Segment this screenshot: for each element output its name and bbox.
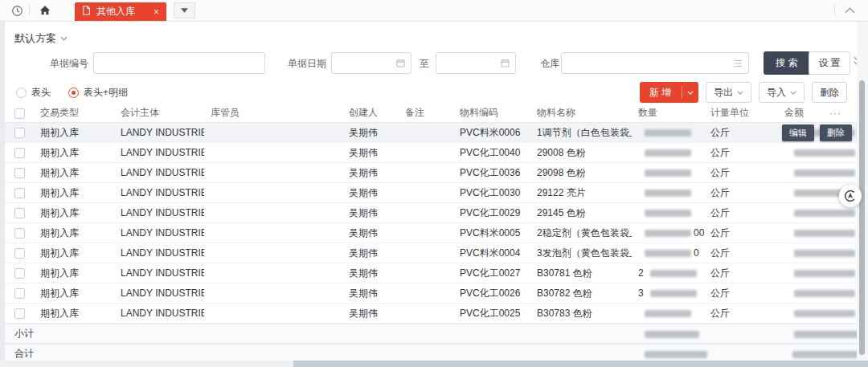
edit-button[interactable]: 编辑 (782, 124, 814, 141)
table-row[interactable]: 期初入库 LANDY INDUSTRIES(R)LTD 吴期伟 PVC料米000… (5, 123, 860, 143)
caret-down-icon (181, 8, 188, 13)
redacted-quantity (645, 149, 691, 157)
cell-unit: 公斤 (704, 267, 778, 280)
column-header-unit[interactable]: 计量单位 (704, 106, 778, 120)
cell-material-name: B30781 色粉 (530, 267, 632, 280)
horizontal-scrollbar-thumb[interactable] (293, 361, 868, 367)
cell-material-name: 29098 色粉 (530, 166, 632, 180)
select-all-checkbox[interactable] (14, 108, 25, 119)
cell-quantity (632, 308, 704, 319)
redacted-subtotal-amount (794, 331, 860, 338)
cell-unit: 公斤 (704, 126, 778, 140)
radio-header-only[interactable]: 表头 (16, 86, 51, 100)
cell-amount (778, 187, 823, 198)
settings-button[interactable]: 设置 (809, 51, 850, 75)
row-checkbox[interactable] (14, 248, 25, 259)
redacted-amount (794, 250, 855, 257)
cell-transaction-type: 期初入库 (34, 226, 114, 240)
search-button[interactable]: 搜索 (764, 51, 810, 75)
date-from-input[interactable] (338, 58, 393, 69)
cell-amount (778, 147, 823, 158)
floating-assistant-button[interactable] (839, 185, 862, 207)
more-columns-icon[interactable]: ··· (823, 108, 860, 119)
export-button[interactable]: 导出 (706, 82, 751, 103)
cell-quantity: 3 (632, 287, 704, 299)
cell-amount (778, 207, 823, 218)
column-header-entity[interactable]: 会计主体 (114, 106, 204, 120)
column-header-amount[interactable]: 金额 (778, 106, 823, 120)
delete-row-button[interactable]: 删除 (820, 124, 852, 141)
table-row[interactable]: 期初入库 LANDY INDUSTRIES(R)LTD 吴期伟 PVC化工002… (5, 283, 860, 304)
table-row[interactable]: 期初入库 LANDY INDUSTRIES(R)LTD 吴期伟 PVC化工003… (5, 163, 860, 183)
caret-down-icon (737, 91, 743, 95)
column-header-keeper[interactable]: 库管员 (204, 106, 342, 120)
cell-accounting-entity: LANDY INDUSTRIES(R)LTD (114, 247, 204, 259)
cell-transaction-type: 期初入库 (34, 206, 114, 220)
cell-unit: 公斤 (704, 226, 778, 240)
cell-creator: 吴期伟 (342, 146, 399, 160)
row-checkbox[interactable] (14, 288, 25, 299)
history-icon[interactable] (5, 0, 29, 21)
row-actions: 编辑 删除 (782, 124, 852, 141)
column-header-creator[interactable]: 创建人 (342, 106, 399, 120)
table-row[interactable]: 期初入库 LANDY INDUSTRIES(R)LTD 吴期伟 PVC料米000… (5, 223, 860, 243)
warehouse-input[interactable] (567, 58, 730, 69)
column-header-qty[interactable]: 数量 (632, 106, 704, 120)
calendar-icon[interactable] (396, 59, 405, 67)
collapse-tabs-icon[interactable] (845, 5, 855, 16)
tab-list-dropdown[interactable] (174, 2, 195, 18)
cell-transaction-type: 期初入库 (34, 287, 114, 300)
import-button[interactable]: 导入 (759, 82, 805, 103)
scheme-selector[interactable]: 默认方案 (14, 31, 68, 46)
cell-creator: 吴期伟 (342, 247, 399, 260)
row-checkbox[interactable] (14, 188, 25, 198)
cell-accounting-entity: LANDY INDUSTRIES(R)LTD (114, 308, 204, 319)
cell-unit: 公斤 (704, 186, 778, 200)
divider (29, 5, 30, 16)
calendar-icon[interactable] (501, 59, 510, 67)
tab-other-inbound[interactable]: 其他入库 × (75, 2, 166, 21)
cell-transaction-type: 期初入库 (34, 267, 114, 280)
cell-accounting-entity: LANDY INDUSTRIES(R)LTD (114, 207, 204, 218)
delete-button[interactable]: 删除 (812, 82, 847, 103)
document-icon (82, 6, 91, 18)
column-header-note[interactable]: 备注 (399, 106, 453, 120)
close-icon[interactable]: × (154, 7, 159, 17)
export-label: 导出 (714, 86, 733, 100)
table-row[interactable]: 期初入库 LANDY INDUSTRIES(R)LTD 吴期伟 PVC料米000… (5, 243, 860, 263)
navigate-icon (843, 189, 858, 203)
redacted-amount (794, 310, 855, 317)
list-picker-icon[interactable] (733, 59, 743, 67)
vertical-scrollbar-thumb[interactable] (859, 80, 865, 355)
cell-accounting-entity: LANDY INDUSTRIES(R)LTD (114, 127, 204, 138)
radio-label: 表头 (31, 86, 51, 100)
cell-quantity (632, 127, 704, 138)
date-to-input[interactable] (442, 58, 497, 69)
cell-quantity: 0 (632, 247, 704, 259)
table-row[interactable]: 期初入库 LANDY INDUSTRIES(R)LTD 吴期伟 PVC化工002… (5, 203, 860, 223)
row-checkbox[interactable] (14, 148, 25, 158)
table-row[interactable]: 期初入库 LANDY INDUSTRIES(R)LTD 吴期伟 PVC化工003… (5, 183, 860, 203)
column-header-type[interactable]: 交易类型 (34, 106, 114, 120)
home-icon[interactable] (33, 0, 57, 21)
radio-header-detail[interactable]: 表头+明细 (68, 86, 128, 100)
cell-material-name: B30783 色粉 (530, 307, 632, 320)
row-checkbox[interactable] (14, 128, 25, 138)
caret-down-icon[interactable] (682, 82, 698, 103)
table-row[interactable]: 期初入库 LANDY INDUSTRIES(R)LTD 吴期伟 PVC化工004… (5, 143, 860, 163)
cell-accounting-entity: LANDY INDUSTRIES(R)LTD (114, 187, 204, 198)
row-checkbox[interactable] (14, 208, 25, 218)
row-checkbox[interactable] (14, 168, 25, 178)
table-row[interactable]: 期初入库 LANDY INDUSTRIES(R)LTD 吴期伟 PVC化工002… (5, 304, 860, 324)
column-header-code[interactable]: 物料编码 (453, 106, 530, 120)
doc-no-input[interactable] (100, 58, 259, 69)
table-row[interactable]: 期初入库 LANDY INDUSTRIES(R)LTD 吴期伟 PVC化工002… (5, 263, 860, 283)
cell-material-code: PVC化工0040 (453, 146, 530, 160)
row-checkbox[interactable] (14, 228, 25, 239)
cell-creator: 吴期伟 (342, 166, 399, 180)
doc-no-input-wrap (93, 52, 265, 74)
row-checkbox[interactable] (14, 308, 25, 319)
new-button[interactable]: 新增 (640, 82, 698, 103)
row-checkbox[interactable] (14, 268, 25, 279)
column-header-name[interactable]: 物料名称 (530, 106, 632, 120)
